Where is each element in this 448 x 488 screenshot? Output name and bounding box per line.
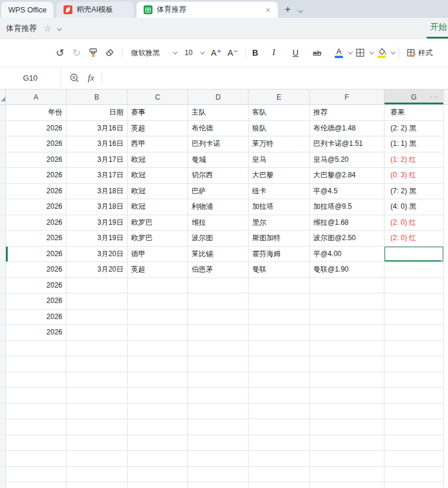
bold-button[interactable]: B	[250, 44, 269, 62]
cell[interactable]: 西甲	[128, 136, 188, 152]
cell[interactable]: 曼联	[249, 262, 310, 278]
row-header[interactable]	[0, 278, 6, 294]
cell[interactable]: (4: 0) 黑	[385, 199, 444, 215]
font-name-select[interactable]: 微软雅黑	[128, 45, 180, 60]
cell[interactable]: 2026	[6, 278, 66, 294]
cell[interactable]	[188, 372, 249, 388]
row-header[interactable]	[0, 152, 6, 168]
cell[interactable]	[128, 467, 188, 483]
cell[interactable]	[128, 356, 188, 372]
cell[interactable]: 2026	[6, 199, 66, 215]
cell[interactable]	[188, 467, 249, 483]
cell[interactable]: 2026	[6, 184, 66, 200]
cell[interactable]	[249, 467, 310, 483]
cell[interactable]: 3月18日	[66, 184, 128, 200]
row-header[interactable]	[0, 467, 6, 483]
cell[interactable]	[385, 262, 444, 278]
cell-styles-button[interactable]: 样式	[404, 44, 434, 62]
cell[interactable]	[66, 356, 128, 372]
decrease-font-button[interactable]: A−	[225, 44, 240, 62]
row-header[interactable]	[0, 262, 6, 278]
clear-format-button[interactable]	[102, 44, 117, 62]
cell[interactable]: 3月19日	[66, 215, 128, 231]
cell[interactable]	[188, 341, 249, 357]
font-size-select[interactable]: 10	[181, 45, 207, 60]
row-header[interactable]	[0, 482, 6, 488]
row-header[interactable]	[0, 199, 6, 215]
cell[interactable]: 2026	[6, 136, 66, 152]
cell[interactable]: 欧罗巴	[128, 231, 188, 247]
cell[interactable]: 3月16日	[66, 136, 128, 152]
cell[interactable]: 2026	[6, 325, 66, 341]
cell[interactable]	[385, 278, 444, 294]
cell[interactable]	[188, 435, 249, 451]
cell[interactable]: 曼城	[188, 152, 249, 168]
cell[interactable]: 欧冠	[128, 168, 188, 184]
cell[interactable]	[249, 341, 310, 357]
cell[interactable]	[249, 356, 310, 372]
cell[interactable]: 客队	[249, 105, 310, 121]
cell[interactable]	[128, 341, 188, 357]
cell[interactable]: 平@4.00	[310, 247, 385, 263]
cell[interactable]: 2026	[6, 262, 66, 278]
cell[interactable]: 加拉塔	[249, 199, 310, 215]
cell[interactable]	[128, 278, 188, 294]
cell[interactable]	[310, 325, 385, 341]
cell[interactable]	[385, 419, 444, 435]
column-header-G[interactable]: G···	[385, 90, 444, 104]
cell[interactable]	[188, 451, 249, 467]
cell[interactable]: 巴列卡诺	[188, 136, 249, 152]
cell[interactable]	[66, 325, 128, 341]
row-header[interactable]	[0, 404, 6, 420]
cell[interactable]	[249, 482, 310, 488]
cell[interactable]: 2026	[6, 168, 66, 184]
cell[interactable]: 3月18日	[66, 199, 128, 215]
cell[interactable]: 纽卡	[249, 184, 310, 200]
cell[interactable]: 利物浦	[188, 199, 249, 215]
fill-handle[interactable]	[441, 260, 444, 262]
cell[interactable]: 2026	[6, 310, 66, 326]
cell[interactable]	[128, 419, 188, 435]
redo-button[interactable]: ↻	[69, 44, 84, 62]
column-header-C[interactable]: C	[128, 90, 188, 104]
row-header[interactable]	[0, 231, 6, 247]
cell[interactable]: 伯恩茅	[188, 262, 249, 278]
selected-cell[interactable]	[385, 247, 444, 263]
cell[interactable]: (2: 0) 红	[385, 215, 444, 231]
cell[interactable]: 3月20日	[66, 247, 128, 263]
row-header[interactable]	[0, 105, 6, 121]
cell[interactable]: 里尔	[249, 215, 310, 231]
cell[interactable]	[385, 372, 444, 388]
cell[interactable]	[385, 341, 444, 357]
cell[interactable]	[310, 467, 385, 483]
cell[interactable]	[66, 310, 128, 326]
cell[interactable]: 3月16日	[66, 121, 128, 137]
favorite-star-icon[interactable]: ☆	[44, 24, 52, 33]
underline-button[interactable]: U	[291, 44, 310, 62]
cell[interactable]: 切尔西	[188, 168, 249, 184]
cell[interactable]	[6, 482, 66, 488]
cell[interactable]	[385, 294, 444, 310]
cell[interactable]: 平@4.5	[310, 184, 385, 200]
cell[interactable]	[385, 435, 444, 451]
cell[interactable]: (1: 2) 红	[385, 152, 444, 168]
cell[interactable]: (7: 2) 黑	[385, 184, 444, 200]
cell[interactable]: 加拉塔@9.5	[310, 199, 385, 215]
row-header[interactable]	[0, 121, 6, 137]
insert-function-button[interactable]: fx	[88, 73, 94, 83]
formula-input[interactable]	[102, 67, 448, 89]
column-header-F[interactable]: F	[310, 90, 385, 104]
row-header[interactable]	[0, 341, 6, 357]
tab-template[interactable]: 稻壳AI模板	[56, 2, 134, 18]
cell[interactable]	[188, 419, 249, 435]
cell[interactable]	[188, 278, 249, 294]
strikethrough-button[interactable]: ab	[311, 44, 330, 62]
column-header-E[interactable]: E	[249, 90, 310, 104]
row-header[interactable]	[0, 388, 6, 404]
cell[interactable]	[385, 451, 444, 467]
cell[interactable]	[385, 356, 444, 372]
cell[interactable]: 霍芬海姆	[249, 247, 310, 263]
cell[interactable]	[310, 294, 385, 310]
cell[interactable]	[188, 310, 249, 326]
cell[interactable]: 莱万特	[249, 136, 310, 152]
